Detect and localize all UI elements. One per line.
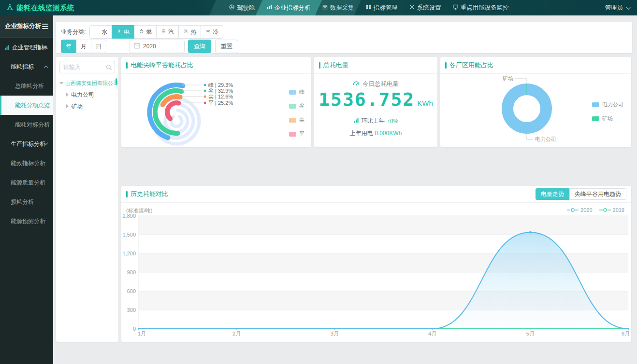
sidebar-item-production-index-analysis[interactable]: 生产指标分析 [0, 134, 53, 154]
svg-text:5月: 5月 [526, 331, 535, 336]
category-button-gas[interactable]: 燃 [134, 25, 157, 39]
sidebar-item-energy-quality-analysis[interactable]: 能源质量分析 [0, 173, 53, 192]
query-button[interactable]: 查询 [188, 40, 211, 53]
legend-item-谷[interactable]: 谷 [289, 102, 304, 110]
legend-item-峰[interactable]: 峰 [289, 88, 304, 96]
sidebar-header: 企业指标分析 [0, 15, 53, 38]
tree-node-power-company[interactable]: 电力公司 [59, 89, 115, 100]
period-button-group: 年月日 [61, 40, 106, 53]
nav-item-data-collection[interactable]: 数据采集 [320, 0, 356, 15]
heat-icon [183, 28, 188, 35]
area-ratio-card: 各厂区用能占比 矿场电力公司 电力公司 矿场 [440, 57, 631, 147]
svg-text:600: 600 [127, 288, 136, 294]
legend-item-2019[interactable]: 2019 [599, 207, 624, 213]
caret-down-icon [59, 82, 63, 84]
category-button-electric[interactable]: 电 [112, 25, 134, 39]
y-axis-unit-label: (标准煤/吨) [126, 207, 152, 214]
legend-item-矿场[interactable]: 矿场 [592, 115, 623, 122]
user-name: 管理员 [605, 4, 623, 12]
total-consumption-card: 总耗电量 今日总耗电量 1536.752 KWh 环比上年 ↑0% 上年用电 [314, 57, 437, 147]
svg-text:1,800: 1,800 [122, 214, 136, 219]
svg-text:900: 900 [127, 269, 136, 275]
prev-year-value: 0.000KWh [375, 130, 402, 137]
svg-text:谷 | 32.9%: 谷 | 32.9% [208, 88, 233, 94]
sidebar-title: 企业指标分析 [5, 22, 41, 30]
period-button-day[interactable]: 日 [91, 40, 106, 53]
org-tree-panel: 山西潞安集团有限公司 电力公司 矿场 [56, 57, 118, 342]
svg-text:1月: 1月 [138, 331, 146, 336]
caret-right-icon [66, 93, 69, 97]
nav-item-index-management[interactable]: 指标管理 [364, 0, 400, 15]
svg-text:电力公司: 电力公司 [535, 136, 556, 142]
sidebar-item-energy-index[interactable]: 能耗指标 [0, 57, 53, 76]
date-input[interactable]: 2020 [130, 40, 185, 53]
radial-bar-chart: 峰 | 29.3%谷 | 32.9%尖 | 12.6%平 | 25.2% [121, 74, 311, 149]
svg-text:矿场: 矿场 [502, 75, 513, 81]
logo-icon [6, 3, 14, 13]
sidebar-item-energy-benchmark-analysis[interactable]: 能耗对标分析 [0, 115, 53, 134]
sidebar-item-energy-efficiency-analysis[interactable]: 能效指标分析 [0, 154, 53, 173]
legend-item-平[interactable]: 平 [289, 130, 304, 138]
legend-item-尖[interactable]: 尖 [289, 116, 304, 124]
svg-text:尖 | 12.6%: 尖 | 12.6% [208, 94, 233, 99]
svg-text:峰 | 29.3%: 峰 | 29.3% [208, 82, 233, 88]
electric-icon [116, 28, 122, 35]
history-tab-power-trend[interactable]: 电量走势 [536, 188, 569, 200]
date-value: 2020 [143, 43, 156, 50]
svg-text:1,500: 1,500 [122, 232, 136, 238]
peak-valley-legend: 峰 谷 尖 平 [289, 88, 304, 144]
gas-icon [139, 28, 144, 35]
peak-valley-chart: 峰 | 29.3%谷 | 32.9%尖 | 12.6%平 | 25.2% 峰 谷… [121, 74, 311, 147]
sidebar-item-loss-analysis[interactable]: 损耗分析 [0, 192, 53, 211]
svg-text:3月: 3月 [331, 331, 339, 336]
database-icon [322, 4, 328, 11]
bar-chart-icon [4, 45, 10, 50]
total-card-title: 总耗电量 [314, 57, 437, 74]
sidebar-menu: 企业管理指标能耗指标总能耗分析能耗分项总览能耗对标分析生产指标分析能效指标分析能… [0, 38, 53, 231]
menu-toggle-icon[interactable] [42, 22, 48, 30]
mini-bars-icon [353, 117, 359, 125]
sidebar: 企业指标分析 企业管理指标能耗指标总能耗分析能耗分项总览能耗对标分析生产指标分析… [0, 15, 53, 364]
sidebar-item-total-energy-analysis[interactable]: 总能耗分析 [0, 76, 53, 96]
tree-node-mine[interactable]: 矿场 [59, 100, 115, 112]
water-icon [94, 28, 100, 35]
svg-text:2月: 2月 [232, 331, 241, 336]
category-button-steam[interactable]: 汽 [156, 25, 179, 39]
nav-item-key-equipment-monitor[interactable]: 重点用能设备监控 [451, 0, 511, 15]
category-button-water[interactable]: 水 [89, 25, 112, 39]
sidebar-item-energy-forecast-analysis[interactable]: 能源预测分析 [0, 211, 53, 231]
user-menu[interactable]: 管理员 [605, 0, 630, 15]
nav-item-system-settings[interactable]: 系统设置 [407, 0, 443, 15]
sidebar-item-energy-subitem-overview[interactable]: 能耗分项总览 [0, 96, 53, 115]
category-button-cold[interactable]: 冷 [201, 25, 223, 39]
svg-text:1,200: 1,200 [122, 251, 136, 256]
nav-item-cockpit[interactable]: 驾驶舱 [227, 0, 257, 15]
svg-text:4月: 4月 [428, 331, 436, 336]
peak-valley-card: 电能尖峰平谷能耗占比 峰 | 29.3%谷 | 32.9%尖 | 12.6%平 … [121, 57, 311, 147]
area-ratio-card-title: 各厂区用能占比 [440, 57, 631, 74]
total-consumption-value: 1536.752 [318, 90, 415, 109]
gauge-icon [353, 80, 360, 88]
category-button-group: 水电燃汽热冷 [89, 25, 223, 39]
legend-item-2020[interactable]: 2020 [567, 207, 592, 213]
steam-icon [161, 28, 166, 35]
history-tab-peak-valley-trend[interactable]: 尖峰平谷用电趋势 [569, 188, 626, 200]
category-filter-label: 业务分类: [61, 28, 86, 36]
page: 能耗在线监测系统 驾驶舱企业指标分析数据采集指标管理系统设置重点用能设备监控 管… [0, 0, 637, 364]
reset-button[interactable]: 重置 [215, 40, 238, 53]
area-ratio-legend: 电力公司 矿场 [592, 101, 623, 129]
main-content: 业务分类: 水电燃汽热冷 年月日 2020 查询 重置 山西潞安集团有限公司 [53, 15, 637, 364]
tree-node-root[interactable]: 山西潞安集团有限公司 [59, 77, 115, 89]
svg-text:平 | 25.2%: 平 | 25.2% [208, 100, 233, 106]
top-nav: 驾驶舱企业指标分析数据采集指标管理系统设置重点用能设备监控 [227, 0, 511, 15]
mom-label: 环比上年 [362, 117, 385, 125]
legend-item-电力公司[interactable]: 电力公司 [592, 101, 623, 108]
sidebar-item-enterprise-manage-index[interactable]: 企业管理指标 [0, 38, 53, 57]
nav-item-enterprise-index-analysis[interactable]: 企业指标分析 [265, 0, 313, 15]
history-card-title: 历史耗能对比 [130, 190, 168, 198]
category-button-heat[interactable]: 热 [178, 25, 201, 39]
tree-scrollbar-thumb[interactable] [116, 78, 117, 85]
period-button-month[interactable]: 月 [76, 40, 91, 53]
period-button-year[interactable]: 年 [61, 40, 76, 53]
history-legend: 2020 2019 [567, 207, 624, 213]
